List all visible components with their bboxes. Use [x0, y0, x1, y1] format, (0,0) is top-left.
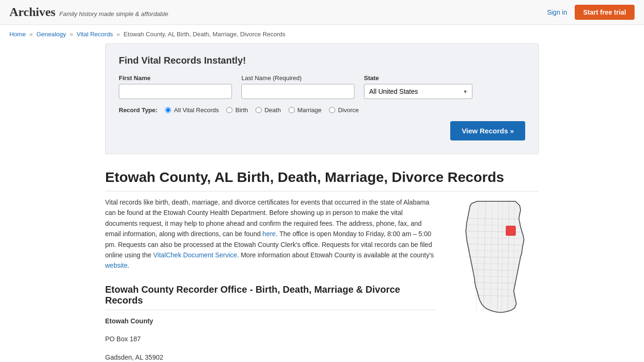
recorder-heading: Etowah County Recorder Office - Birth, D… — [105, 284, 435, 310]
here-link[interactable]: here — [263, 230, 276, 238]
header: Archives Family history made simple & af… — [0, 0, 644, 25]
breadcrumb-genealogy[interactable]: Genealogy — [36, 31, 66, 38]
breadcrumb-sep-3: » — [116, 31, 120, 38]
content-area: Vital records like birth, death, marriag… — [105, 197, 539, 362]
state-group: State All United States Alabama Alaska A… — [364, 74, 472, 99]
start-trial-button[interactable]: Start free trial — [575, 5, 635, 20]
view-records-row: View Records » — [119, 121, 525, 140]
radio-divorce[interactable]: Divorce — [329, 107, 359, 114]
radio-divorce-label: Divorce — [338, 107, 359, 114]
state-select[interactable]: All United States Alabama Alaska Arizona… — [364, 84, 472, 99]
first-name-input[interactable] — [119, 84, 232, 99]
radio-marriage-label: Marriage — [297, 107, 322, 114]
sign-in-link[interactable]: Sign in — [547, 8, 567, 16]
radio-marriage[interactable]: Marriage — [289, 107, 322, 114]
record-type-row: Record Type: All Vital Records Birth Dea… — [119, 107, 525, 114]
view-records-button[interactable]: View Records » — [450, 121, 525, 140]
breadcrumb-home[interactable]: Home — [9, 31, 26, 38]
search-heading: Find Vital Records Instantly! — [119, 55, 525, 66]
main-content: Find Vital Records Instantly! First Name… — [96, 43, 548, 362]
intro-paragraph: Vital records like birth, death, marriag… — [105, 197, 435, 271]
breadcrumb-current: Etowah County, AL Birth, Death, Marriage… — [124, 31, 285, 38]
last-name-group: Last Name (Required) — [241, 74, 355, 99]
first-name-group: First Name — [119, 74, 232, 99]
intro-part2: . The office is open Monday to Friday, 8… — [276, 230, 413, 238]
office-info: Etowah County PO Box 187 Gadsden, AL 359… — [105, 316, 435, 362]
radio-death[interactable]: Death — [256, 107, 281, 114]
record-type-label: Record Type: — [119, 107, 157, 114]
office-address1: PO Box 187 — [105, 334, 435, 344]
intro-dash: – — [413, 230, 417, 238]
office-name: Etowah County — [105, 317, 153, 325]
state-label: State — [364, 74, 472, 82]
first-name-label: First Name — [119, 74, 232, 82]
radio-death-label: Death — [264, 107, 281, 114]
radio-all-label: All Vital Records — [174, 107, 219, 114]
breadcrumb-vital-records[interactable]: Vital Records — [77, 31, 113, 38]
header-actions: Sign in Start free trial — [547, 5, 635, 20]
svg-rect-21 — [506, 226, 515, 236]
vitalchek-link[interactable]: VitalChek Document Service — [153, 251, 237, 259]
search-box: Find Vital Records Instantly! First Name… — [105, 43, 539, 154]
state-select-wrapper: All United States Alabama Alaska Arizona… — [364, 84, 472, 99]
breadcrumb-sep-2: » — [70, 31, 73, 38]
last-name-label: Last Name (Required) — [241, 74, 355, 82]
intro-part5: . — [127, 262, 129, 269]
site-tagline: Family history made simple & affordable — [59, 10, 168, 17]
radio-birth[interactable]: Birth — [226, 107, 248, 114]
website-link[interactable]: website — [105, 262, 127, 269]
breadcrumb: Home » Genealogy » Vital Records » Etowa… — [0, 25, 644, 43]
radio-birth-label: Birth — [235, 107, 248, 114]
content-text: Vital records like birth, death, marriag… — [105, 197, 435, 362]
office-address2: Gadsden, AL 35902 — [105, 352, 435, 362]
logo-area: Archives Family history made simple & af… — [9, 5, 168, 19]
map-container — [449, 197, 539, 362]
site-logo: Archives — [9, 5, 56, 19]
search-fields: First Name Last Name (Required) State Al… — [119, 74, 525, 99]
alabama-map — [449, 197, 539, 335]
intro-part4: . More information about Etowah County i… — [237, 251, 434, 259]
last-name-input[interactable] — [241, 84, 355, 99]
breadcrumb-sep-1: » — [29, 31, 33, 38]
radio-all-vital-records[interactable]: All Vital Records — [165, 107, 219, 114]
page-title: Etowah County, AL Birth, Death, Marriage… — [105, 169, 539, 191]
